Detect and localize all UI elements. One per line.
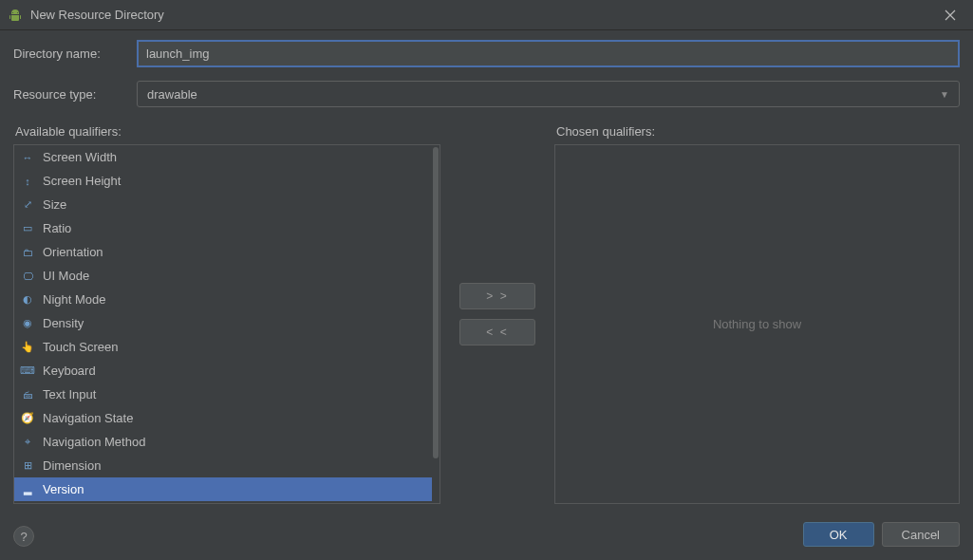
qualifier-icon: ⤢	[20, 197, 35, 213]
chosen-list[interactable]: Nothing to show	[554, 144, 960, 504]
qualifier-area: Available qualifiers: ↔Screen Width↕Scre…	[0, 124, 973, 504]
available-list[interactable]: ↔Screen Width↕Screen Height⤢Size▭Ratio🗀O…	[13, 144, 440, 504]
list-item[interactable]: ▭Ratio	[14, 216, 432, 240]
available-column: Available qualifiers: ↔Screen Width↕Scre…	[13, 124, 440, 504]
available-label: Available qualifiers:	[13, 124, 440, 139]
qualifier-icon: ▭	[20, 221, 35, 236]
chevron-down-icon: ▼	[940, 89, 949, 100]
list-item[interactable]: ↔Screen Width	[14, 145, 432, 169]
qualifier-label: Density	[43, 316, 84, 330]
qualifier-icon: ⊞	[20, 458, 35, 474]
list-item[interactable]: ◉Density	[14, 311, 432, 335]
list-item[interactable]: ↕Screen Height	[14, 169, 432, 193]
qualifier-icon: ◉	[20, 316, 35, 331]
qualifier-label: Screen Height	[43, 174, 121, 188]
qualifier-label: Dimension	[43, 458, 101, 473]
qualifier-icon: 👆	[20, 340, 35, 355]
qualifier-label: Keyboard	[43, 364, 96, 378]
qualifier-icon: 🧭	[20, 411, 35, 426]
close-button[interactable]	[935, 0, 965, 30]
help-button[interactable]: ?	[13, 526, 34, 547]
remove-qualifier-button[interactable]: < <	[459, 319, 535, 345]
resource-type-value: drawable	[147, 87, 940, 102]
dialog-footer: ? OK Cancel	[0, 504, 973, 560]
titlebar: New Resource Directory	[0, 0, 973, 30]
list-item[interactable]: ▂Version	[14, 477, 432, 501]
add-qualifier-button[interactable]: > >	[459, 283, 535, 309]
list-item[interactable]: 🧭Navigation State	[14, 406, 432, 430]
list-item[interactable]: ⌖Navigation Method	[14, 430, 432, 454]
chosen-label: Chosen qualifiers:	[554, 124, 960, 139]
resource-type-label: Resource type:	[13, 87, 137, 102]
android-icon	[8, 8, 23, 23]
qualifier-label: Touch Screen	[43, 340, 119, 354]
qualifier-label: Navigation Method	[43, 435, 145, 449]
resource-type-row: Resource type: drawable ▼	[13, 81, 960, 107]
qualifier-icon: 🖮	[20, 387, 35, 402]
resource-type-select[interactable]: drawable ▼	[137, 81, 960, 107]
form-area: Directory name: Resource type: drawable …	[0, 30, 973, 124]
directory-name-input[interactable]	[137, 40, 960, 67]
qualifier-icon: 🗀	[20, 245, 35, 260]
qualifier-icon: ⌖	[20, 435, 35, 450]
directory-name-row: Directory name:	[13, 40, 960, 67]
qualifier-icon: ↔	[20, 150, 35, 165]
list-item[interactable]: 🖮Text Input	[14, 383, 432, 406]
qualifier-icon: ⌨	[20, 364, 35, 379]
ok-button[interactable]: OK	[803, 522, 874, 547]
qualifier-label: Screen Width	[43, 150, 117, 164]
chosen-column: Chosen qualifiers: Nothing to show	[554, 124, 960, 504]
cancel-button[interactable]: Cancel	[882, 522, 960, 547]
qualifier-label: Navigation State	[43, 411, 133, 425]
list-item[interactable]: 🗀Orientation	[14, 240, 432, 264]
scrollbar[interactable]	[433, 147, 439, 501]
qualifier-label: Ratio	[43, 221, 71, 235]
transfer-buttons: > > < <	[440, 124, 554, 504]
qualifier-icon: ▂	[20, 482, 35, 497]
list-item[interactable]: ⤢Size	[14, 193, 432, 216]
qualifier-label: Text Input	[43, 387, 96, 401]
qualifier-icon: ↕	[20, 174, 35, 189]
qualifier-icon: ◐	[20, 292, 35, 308]
list-item[interactable]: ⌨Keyboard	[14, 359, 432, 383]
window-title: New Resource Directory	[30, 8, 935, 22]
qualifier-label: Night Mode	[43, 292, 105, 307]
scrollbar-thumb[interactable]	[433, 147, 439, 458]
qualifier-label: Size	[43, 197, 66, 212]
qualifier-label: Version	[43, 482, 84, 496]
list-item[interactable]: 🖵UI Mode	[14, 264, 432, 288]
list-item[interactable]: ⊞Dimension	[14, 454, 432, 477]
qualifier-label: UI Mode	[43, 269, 89, 283]
qualifier-icon: 🖵	[20, 269, 35, 284]
chosen-empty-message: Nothing to show	[555, 145, 959, 503]
list-item[interactable]: 👆Touch Screen	[14, 335, 432, 359]
list-item[interactable]: ◐Night Mode	[14, 288, 432, 311]
qualifier-label: Orientation	[43, 245, 103, 259]
directory-name-label: Directory name:	[13, 47, 137, 61]
